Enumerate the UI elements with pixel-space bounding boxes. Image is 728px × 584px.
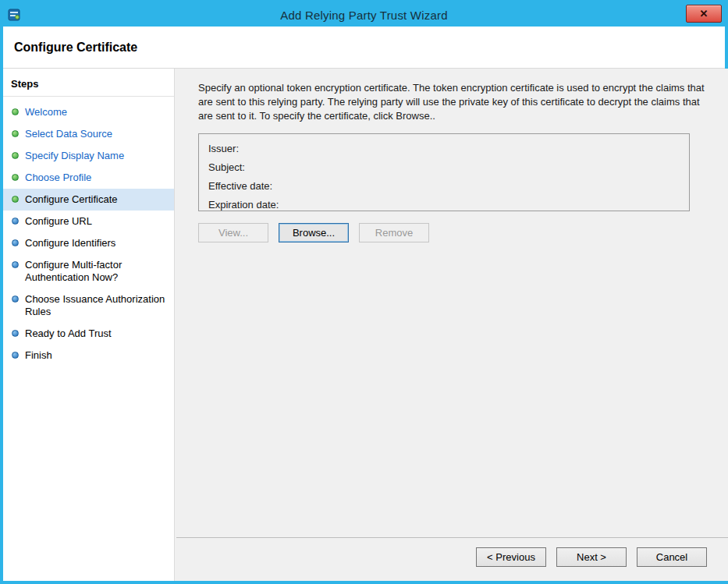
step-label: Configure Identifiers [25,237,115,250]
cancel-button[interactable]: Cancel [637,547,707,567]
step-status-icon [12,174,19,181]
step-item-configure-identifiers: Configure Identifiers [3,232,174,254]
step-label: Choose Profile [25,172,91,184]
remove-button: Remove [359,223,429,242]
wizard-window: Add Relying Party Trust Wizard ✕ Configu… [0,0,728,584]
step-item-select-data-source[interactable]: Select Data Source [3,123,174,145]
step-item-configure-mfa: Configure Multi-factor Authentication No… [3,254,174,288]
page-header: Configure Certificate [3,27,725,69]
step-label: Configure URL [25,215,92,228]
close-button[interactable]: ✕ [686,5,722,23]
step-item-finish: Finish [3,345,174,366]
step-item-issuance-authorization-rules: Choose Issuance Authorization Rules [3,288,174,323]
steps-sidebar: Steps Welcome Select Data Source Specify… [3,69,175,581]
subject-label: Subject: [208,161,245,173]
cert-row-expiration-date: Expiration date: [208,196,680,214]
step-label: Specify Display Name [25,150,124,162]
content-area: Steps Welcome Select Data Source Specify… [3,69,725,581]
close-icon: ✕ [700,8,708,19]
steps-list: Welcome Select Data Source Specify Displ… [3,97,174,366]
step-label: Configure Certificate [25,193,118,206]
step-status-icon [12,296,19,303]
view-button: View... [198,223,268,242]
certificate-details-group: Issuer: Subject: Effective date: Expirat… [198,133,690,211]
page-title: Configure Certificate [14,41,137,55]
step-item-ready-to-add-trust: Ready to Add Trust [3,323,174,345]
step-label: Ready to Add Trust [25,327,112,340]
step-status-icon [12,330,19,337]
step-label: Choose Issuance Authorization Rules [25,293,165,318]
steps-heading: Steps [3,69,174,97]
step-status-icon [12,196,19,203]
main-panel: Specify an optional token encryption cer… [175,69,728,581]
step-item-welcome[interactable]: Welcome [3,101,174,123]
step-label: Finish [25,349,52,362]
cert-row-issuer: Issuer: [208,140,680,158]
step-status-icon [12,152,19,159]
issuer-label: Issuer: [208,143,239,154]
step-item-configure-certificate[interactable]: Configure Certificate [3,189,174,211]
step-status-icon [12,108,19,115]
step-status-icon [12,218,19,225]
step-status-icon [12,239,19,246]
step-status-icon [12,130,19,137]
effective-date-label: Effective date: [208,180,272,192]
previous-button[interactable]: < Previous [476,547,546,567]
step-item-configure-url: Configure URL [3,211,174,232]
description-text: Specify an optional token encryption cer… [198,81,713,123]
browse-button[interactable]: Browse... [279,223,349,242]
window-title: Add Relying Party Trust Wizard [3,9,725,22]
step-item-choose-profile[interactable]: Choose Profile [3,167,174,189]
step-label: Configure Multi-factor Authentication No… [25,259,165,284]
titlebar[interactable]: Add Relying Party Trust Wizard ✕ [3,3,725,27]
step-label: Select Data Source [25,128,112,140]
wizard-footer: < Previous Next > Cancel [176,537,728,581]
step-label: Welcome [25,106,67,119]
cert-row-effective-date: Effective date: [208,177,680,196]
expiration-date-label: Expiration date: [208,199,279,211]
main-content: Specify an optional token encryption cer… [175,69,728,537]
step-item-specify-display-name[interactable]: Specify Display Name [3,145,174,167]
step-status-icon [12,261,19,268]
certificate-buttons: View... Browse... Remove [198,223,713,242]
cert-row-subject: Subject: [208,158,680,177]
next-button[interactable]: Next > [556,547,627,567]
step-status-icon [12,352,19,359]
